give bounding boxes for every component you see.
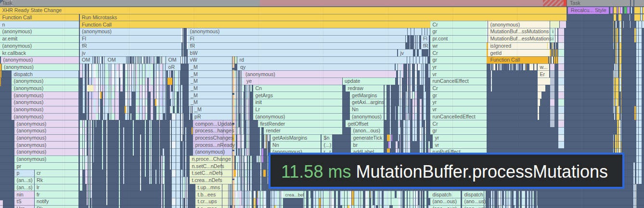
svg-text:(anonymous): (anonymous) [17,149,47,155]
svg-text:_M: _M [190,78,198,84]
svg-text:(an...s): (an...s) [17,184,33,190]
svg-text:Recalcu... Style: Recalcu... Style [571,7,606,13]
svg-text:yr: yr [433,64,437,70]
svg-text:gr: gr [433,57,438,63]
svg-text:render: render [266,128,281,133]
svg-text:_M: _M [190,92,198,98]
svg-text:cr: cr [37,170,41,176]
svg-text:(anonymous): (anonymous) [490,22,520,27]
svg-text:(anonymous): (anonymous) [195,149,225,155]
svg-text:dispatch: dispatch [433,192,452,197]
svg-text:t.up...mns: t.up...mns [198,184,220,190]
svg-text:(anonymous): (anonymous) [14,114,44,119]
svg-text:fr: fr [37,192,40,197]
svg-text:pr.cont: pr.cont [433,36,448,41]
svg-text:redraw: redraw [348,85,364,91]
svg-text:$n: $n [324,135,330,141]
svg-text:oR: oR [168,64,175,70]
svg-text:getOffset: getOffset [348,121,369,127]
svg-text:(anonymous): (anonymous) [2,43,32,49]
svg-text:rd: rd [240,57,245,63]
svg-text:Run Microtasks: Run Microtasks [82,14,117,20]
svg-text:getId: getId [490,50,502,56]
svg-text:pr: pr [17,163,22,169]
svg-text:Nn: Nn [352,106,359,112]
svg-text:Cr: Cr [433,50,438,56]
svg-text:(anonymous): (anonymous) [3,57,33,63]
svg-text:Rk: Rk [37,177,43,183]
svg-text:vr: vr [433,71,437,77]
svg-text:firstRender: firstRender [260,121,285,127]
svg-text:nin: nin [17,192,24,197]
svg-text:Hrp: Hrp [17,206,25,208]
svg-text:vr: vr [435,142,439,148]
svg-text:gr: gr [433,128,438,133]
svg-text:(an...s): (an...s) [17,177,33,183]
svg-text:yr: yr [435,135,439,141]
svg-text:(anonymous): (anonymous) [82,28,112,34]
svg-text:t.c...mns: t.c...mns [198,206,217,208]
svg-text:dispatch: dispatch [464,192,484,197]
svg-text:p: p [17,170,20,176]
svg-text:n.setC...nDefs: n.setC...nDefs [192,163,224,169]
svg-text:(ano...us): (ano...us) [464,198,486,204]
svg-text:isIgnored: isIgnored [490,43,512,49]
svg-text:(ano...us): (ano...us) [464,206,486,208]
svg-text:wr: wr [432,43,438,49]
svg-text:Fl: Fl [190,36,194,41]
svg-text:t.b...ees: t.b...ees [198,192,216,197]
svg-text:_M: _M [190,85,198,91]
svg-text:t.setC...nDefs: t.setC...nDefs [192,170,223,176]
svg-text:vW: vW [190,57,197,63]
svg-text:Task: Task [570,0,580,6]
svg-text:generateTick: generateTick [353,135,383,141]
svg-text:(ano...ous): (ano...ous) [433,206,457,208]
svg-text:processChanges: processChanges [195,135,234,141]
svg-text:(anonymous): (anonymous) [17,128,47,133]
svg-text:(anonymous): (anonymous) [14,78,44,84]
svg-text:getAxi...argins: getAxi...argins [352,99,384,105]
svg-text:fR: fR [423,43,428,49]
svg-text:(anonymous): (anonymous) [17,142,47,148]
svg-text:Fl: Fl [82,36,86,41]
svg-text:n: n [2,22,5,27]
svg-text:_M: _M [190,99,198,105]
svg-text:t.crea...nDefs: t.crea...nDefs [192,177,222,183]
svg-text:_M: _M [190,64,198,70]
svg-text:(anonymous): (anonymous) [2,28,32,34]
svg-text:w...: w... [540,64,548,70]
svg-text:kr.callback: kr.callback [2,50,26,56]
svg-text:gr: gr [433,28,438,34]
svg-text:(anonymous): (anonymous) [17,156,47,162]
svg-text:process...hanges: process...hanges [195,128,234,133]
svg-text:(anonymous): (anonymous) [17,121,47,127]
svg-text:(anonymous): (anonymous) [352,114,382,119]
svg-text:update: update [345,78,361,84]
svg-text:Function Call: Function Call [2,14,32,20]
svg-text:jv: jv [400,50,404,56]
svg-text:(anonymous): (anonymous) [14,85,44,91]
svg-text:vr: vr [433,106,437,112]
svg-text:MutationBuf...ssMutations: MutationBuf...ssMutations [490,28,549,34]
svg-text:Er: Er [540,71,545,77]
svg-text:(ano...ous): (ano...ous) [433,198,457,204]
svg-text:(anonymous): (anonymous) [17,135,47,141]
svg-text:(anonymous): (anonymous) [256,114,285,119]
svg-text:(anonymous): (anonymous) [14,99,44,105]
svg-text:pR: pR [194,114,201,119]
svg-text:qy: qy [240,64,246,70]
svg-text:fR: fR [82,43,87,49]
svg-text:process...nReady: process...nReady [195,142,235,148]
svg-text:Rk: Rk [37,206,43,208]
svg-text:jv: jv [81,50,86,56]
svg-text:_M: _M [194,106,202,112]
svg-text:Cr: Cr [433,22,438,27]
svg-text:dispatch: dispatch [14,71,33,77]
svg-text:ar.emit: ar.emit [2,36,18,41]
svg-text:OM: OM [168,57,177,63]
svg-text:_M: _M [190,71,198,77]
svg-text:Nn: Nn [272,142,279,148]
svg-text:lr: lr [37,184,39,190]
svg-text:runCancelledEffect: runCancelledEffect [433,114,476,119]
svg-text:XHR Ready State Change: XHR Ready State Change [2,7,62,13]
